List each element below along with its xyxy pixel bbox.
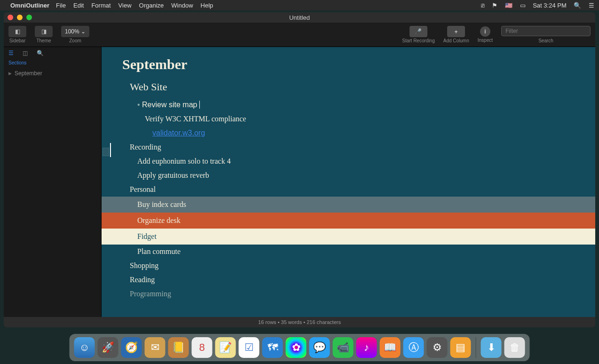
section-personal[interactable]: Personal: [122, 182, 575, 197]
section-website[interactable]: Web Site: [130, 81, 575, 93]
zoom-button[interactable]: [26, 15, 32, 20]
row-plan-commute[interactable]: Plan commute: [122, 245, 575, 259]
styles-tab-icon[interactable]: ◫: [23, 50, 30, 57]
display-icon[interactable]: ▭: [520, 2, 526, 9]
app-window: Untitled ◧ Sidebar ◨ Theme 100% ⌄ Zoom 🎤…: [4, 12, 595, 327]
dock-appstore[interactable]: Ⓐ: [403, 337, 424, 358]
search-input[interactable]: [501, 26, 591, 36]
row-buy-index[interactable]: Buy index cards: [102, 197, 595, 213]
titlebar: Untitled: [4, 12, 595, 23]
dock-notes[interactable]: 📝: [215, 337, 236, 358]
row-verify-w3c[interactable]: Verify W3C XHTML compliance: [122, 112, 575, 126]
airplay-icon[interactable]: ⎚: [481, 2, 485, 9]
dock-messages[interactable]: 💬: [309, 337, 330, 358]
spotlight-icon[interactable]: 🔍: [574, 2, 581, 9]
dock-trash[interactable]: 🗑: [504, 337, 525, 358]
toolbar-zoom[interactable]: 100% ⌄ Zoom: [61, 26, 89, 43]
dock-ibooks[interactable]: 📖: [380, 337, 401, 358]
dock-safari[interactable]: 🧭: [121, 337, 142, 358]
dock-maps[interactable]: 🗺: [262, 337, 283, 358]
outline-title[interactable]: September: [122, 56, 575, 72]
sidebar-icon: ◧: [8, 26, 26, 37]
sidebar: ☰ ◫ 🔍 Sections ▶ September: [4, 47, 102, 317]
section-reading[interactable]: Reading: [122, 273, 575, 287]
script-icon[interactable]: ⚑: [492, 2, 497, 9]
menu-format[interactable]: Format: [91, 2, 110, 9]
zoom-select[interactable]: 100% ⌄: [61, 26, 89, 37]
dock-mail[interactable]: ✉: [145, 337, 166, 358]
dock-finder[interactable]: ☺: [74, 337, 95, 358]
dock-reminders[interactable]: ☑: [239, 337, 260, 358]
close-button[interactable]: [8, 15, 13, 20]
dock-preferences[interactable]: ⚙: [427, 337, 448, 358]
toolbar-inspect[interactable]: i Inspect: [478, 26, 493, 43]
section-programming[interactable]: Programming: [122, 287, 575, 301]
section-shopping[interactable]: Shopping: [122, 259, 575, 273]
menu-view[interactable]: View: [118, 2, 132, 9]
row-organize-desk[interactable]: Organize desk: [102, 213, 595, 229]
toolbar-sidebar[interactable]: ◧ Sidebar: [8, 26, 26, 43]
row-review-sitemap[interactable]: • Review site map: [137, 98, 575, 112]
toolbar-record[interactable]: 🎤 Start Recording: [402, 26, 434, 43]
menu-window[interactable]: Window: [171, 2, 193, 9]
window-title: Untitled: [289, 14, 310, 21]
dock-photos[interactable]: ✿: [286, 337, 307, 358]
menubar: OmniOutliner File Edit Format View Organ…: [0, 0, 599, 10]
menu-help[interactable]: Help: [201, 2, 213, 9]
search-tab-icon[interactable]: 🔍: [37, 50, 44, 57]
text-cursor: [110, 143, 111, 157]
toolbar-add-column[interactable]: ＋ Add Column: [443, 26, 469, 43]
row-reverb[interactable]: Apply gratuitous reverb: [122, 168, 575, 182]
dock-downloads[interactable]: ⬇: [481, 337, 502, 358]
menu-file[interactable]: File: [56, 2, 66, 9]
toolbar-theme[interactable]: ◨ Theme: [35, 26, 53, 43]
dock-calendar[interactable]: 8: [192, 337, 213, 358]
disclosure-triangle-icon[interactable]: ▶: [8, 71, 12, 76]
sections-label: Sections: [4, 60, 101, 68]
dock-launchpad[interactable]: 🚀: [98, 337, 118, 358]
toolbar: ◧ Sidebar ◨ Theme 100% ⌄ Zoom 🎤 Start Re…: [4, 23, 595, 47]
dock: ☺ 🚀 🧭 ✉ 📒 8 📝 ☑ 🗺 ✿ 💬 📹 ♪ 📖 Ⓐ ⚙ ▤ ⬇ 🗑: [70, 334, 530, 361]
menubar-right: ⎚ ⚑ 🇺🇸 ▭ Sat 3:24 PM 🔍 ☰: [475, 2, 594, 9]
dock-facetime[interactable]: 📹: [333, 337, 354, 358]
sections-tab-icon[interactable]: ☰: [8, 50, 16, 57]
row-validator-link[interactable]: validator.w3.org: [122, 126, 575, 140]
row-euphonium[interactable]: Add euphonium solo to track 4: [122, 154, 575, 168]
menu-edit[interactable]: Edit: [73, 2, 84, 9]
dock-omnioutliner[interactable]: ▤: [450, 337, 471, 358]
flag-icon[interactable]: 🇺🇸: [505, 2, 512, 9]
toolbar-search: Search: [501, 26, 591, 43]
microphone-icon: 🎤: [410, 26, 427, 37]
app-name[interactable]: OmniOutliner: [10, 2, 49, 9]
document-area[interactable]: September Web Site • Review site map Ver…: [102, 47, 595, 317]
info-icon: i: [480, 26, 490, 37]
note-handle-icon[interactable]: [102, 148, 109, 156]
section-recording[interactable]: Recording: [122, 140, 575, 154]
status-bar: 16 rows • 35 words • 216 characters: [4, 317, 595, 327]
dock-itunes[interactable]: ♪: [356, 337, 377, 358]
theme-icon: ◨: [35, 26, 53, 37]
sidebar-item-september[interactable]: ▶ September: [4, 68, 101, 79]
plus-icon: ＋: [447, 26, 465, 37]
dock-contacts[interactable]: 📒: [168, 337, 189, 358]
minimize-button[interactable]: [17, 15, 23, 20]
dock-separator: [476, 337, 476, 358]
row-fidget[interactable]: Fidget: [102, 229, 595, 245]
menu-organize[interactable]: Organize: [139, 2, 164, 9]
clock[interactable]: Sat 3:24 PM: [533, 2, 567, 9]
notification-icon[interactable]: ☰: [589, 2, 594, 9]
